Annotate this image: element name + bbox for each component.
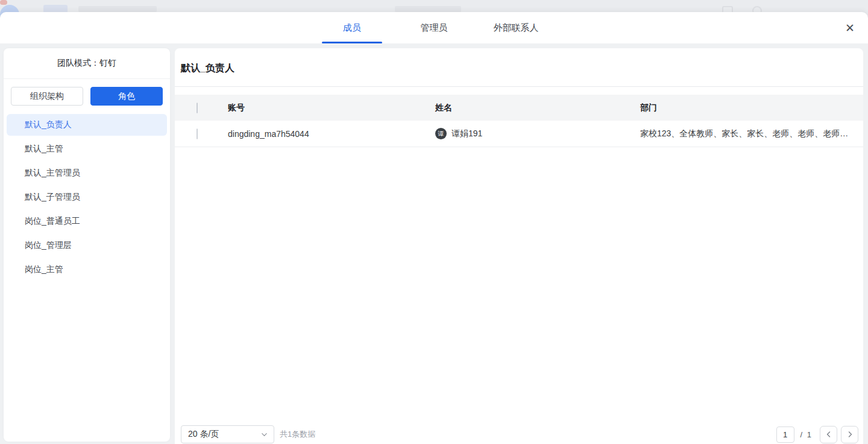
total-pages-label: / 1 [800, 430, 813, 439]
chevron-down-icon [261, 431, 268, 438]
page-size-select[interactable]: 20 条/页 [181, 425, 274, 443]
members-table: 账号 姓名 部门 dingding_ma7h54044 谭 谭娟191 家校12… [175, 95, 863, 147]
member-management-modal: 成员 管理员 外部联系人 ✕ 团队模式：钉钉 组织架构 角色 默认_负责人 默认… [0, 12, 868, 444]
sidebar-item-role-post-supervisor[interactable]: 岗位_主管 [7, 259, 167, 281]
previous-page-button[interactable] [820, 426, 837, 443]
close-icon[interactable]: ✕ [843, 21, 857, 35]
member-name: 谭娟191 [451, 128, 482, 139]
background-center-text [395, 6, 461, 12]
pagination-bar: 20 条/页 共1条数据 1 / 1 [175, 421, 863, 444]
pager-controls: 1 / 1 [776, 426, 858, 443]
content-spacer [175, 147, 863, 421]
chevron-left-icon [825, 431, 832, 438]
name-cell: 谭 谭娟191 [435, 128, 640, 139]
table-header-row: 账号 姓名 部门 [175, 95, 863, 121]
table-row[interactable]: dingding_ma7h54044 谭 谭娟191 家校123、全体教师、家长… [175, 121, 863, 147]
title-divider [175, 86, 863, 87]
column-header-department: 部门 [640, 103, 849, 113]
role-button[interactable]: 角色 [90, 87, 163, 106]
tab-members[interactable]: 成员 [311, 12, 393, 43]
org-structure-button[interactable]: 组织架构 [11, 87, 83, 106]
modal-tab-bar: 成员 管理员 外部联系人 ✕ [0, 12, 868, 43]
total-count-label: 共1条数据 [280, 429, 315, 440]
page-size-value: 20 条/页 [188, 429, 219, 440]
sidebar-panel: 团队模式：钉钉 组织架构 角色 默认_负责人 默认_主管 默认_主管理员 默认_… [4, 48, 170, 442]
sidebar-item-role-post-regular-staff[interactable]: 岗位_普通员工 [7, 211, 167, 232]
background-page-header [0, 0, 868, 13]
tab-external-contacts[interactable]: 外部联系人 [475, 12, 557, 43]
team-mode-label: 团队模式：钉钉 [4, 48, 170, 75]
background-notification-badge [0, 0, 7, 5]
sidebar-item-role-default-sub-admin[interactable]: 默认_子管理员 [7, 186, 167, 208]
avatar: 谭 [435, 128, 447, 139]
chevron-right-icon [846, 431, 854, 438]
sidebar-item-role-default-owner[interactable]: 默认_负责人 [7, 114, 167, 136]
role-list: 默认_负责人 默认_主管 默认_主管理员 默认_子管理员 岗位_普通员工 岗位_… [4, 106, 170, 281]
select-all-checkbox[interactable] [197, 103, 198, 113]
department-cell: 家校123、全体教师、家长、家长、老师、老师、老师、... [640, 128, 849, 139]
background-nav-text [78, 6, 157, 12]
column-header-account: 账号 [228, 103, 435, 113]
page-title: 默认_负责人 [181, 62, 863, 75]
account-cell: dingding_ma7h54044 [228, 129, 435, 139]
column-header-name: 姓名 [435, 103, 640, 113]
page-number-input[interactable]: 1 [776, 427, 794, 443]
sidebar-item-role-default-supervisor[interactable]: 默认_主管 [7, 138, 167, 160]
sidebar-item-role-default-main-admin[interactable]: 默认_主管理员 [7, 162, 167, 184]
next-page-button[interactable] [841, 426, 858, 443]
sidebar-item-role-post-management[interactable]: 岗位_管理层 [7, 235, 167, 256]
main-content-panel: 默认_负责人 账号 姓名 部门 dingding_ma7h54044 谭 谭娟1… [175, 48, 863, 444]
row-checkbox[interactable] [197, 128, 198, 139]
tab-admins[interactable]: 管理员 [393, 12, 475, 43]
mode-switcher: 组织架构 角色 [4, 79, 170, 106]
tabs-group: 成员 管理员 外部联系人 [0, 12, 868, 43]
